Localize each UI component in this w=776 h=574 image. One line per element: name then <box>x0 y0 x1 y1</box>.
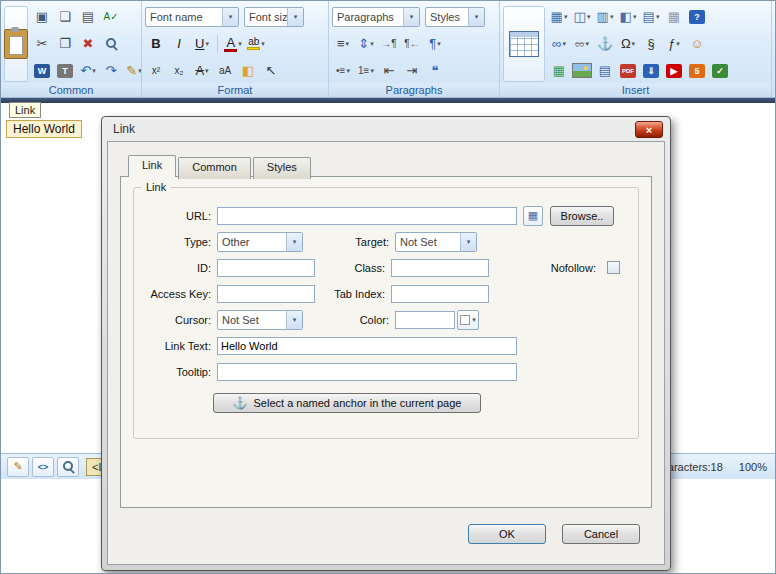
image-manager-icon[interactable] <box>571 60 593 82</box>
cell-borders-icon[interactable]: ◫▾ <box>571 6 593 28</box>
paste-button[interactable] <box>4 6 28 82</box>
cell-borders-icon: ◫ <box>574 10 586 23</box>
indent-icon[interactable]: ⇥ <box>401 60 423 82</box>
paste-plain-text-icon[interactable]: T <box>54 60 76 82</box>
html-mode-button[interactable]: <> <box>32 457 54 477</box>
tab-styles[interactable]: Styles <box>253 157 311 179</box>
url-builder-button[interactable]: ▦ <box>523 206 543 226</box>
spellcheck-icon[interactable]: A✓ <box>100 6 122 28</box>
anchor-icon[interactable]: ⚓ <box>594 33 616 55</box>
left-to-right-icon[interactable]: →¶ <box>378 33 400 55</box>
save-icon[interactable]: ▣ <box>31 6 53 28</box>
html5-icon[interactable]: 5 <box>686 60 708 82</box>
subscript-icon[interactable]: x₂ <box>168 60 190 82</box>
show-gridlines-icon[interactable]: ▦ <box>663 6 685 28</box>
table-borders-icon[interactable]: ▦▾ <box>548 6 570 28</box>
ok-button[interactable]: OK <box>468 524 546 544</box>
youtube-icon: ▶ <box>666 64 682 78</box>
style-builder-icon[interactable]: ◧ <box>237 60 259 82</box>
insert-symbol-icon: Ω <box>621 37 631 50</box>
chevron-down-icon: ▾ <box>633 13 637 21</box>
underline-icon[interactable]: U▾ <box>191 33 213 55</box>
paste-plain-text-icon: T <box>57 64 73 78</box>
link-text-input[interactable] <box>217 337 517 355</box>
font-name-select[interactable]: Font name▾ <box>145 7 239 27</box>
class-input[interactable] <box>391 259 489 277</box>
insert-emoticon-icon[interactable]: ☺ <box>686 33 708 55</box>
insert-symbol-icon[interactable]: Ω▾ <box>617 33 639 55</box>
target-label: Target: <box>307 236 395 248</box>
pdf-icon[interactable]: PDF <box>617 60 639 82</box>
cancel-button[interactable]: Cancel <box>562 524 640 544</box>
dialog-body: LinkCommonStyles Link URL: ▦ Browse.. Ty… <box>107 141 665 565</box>
insert-table-button[interactable] <box>503 6 545 82</box>
merge-cells-icon[interactable]: ▥▾ <box>594 6 616 28</box>
alignment-icon[interactable]: ≡▾ <box>332 33 354 55</box>
font-size-select[interactable]: Font size▾ <box>244 7 304 27</box>
hyperlink-icon[interactable]: ∞▾ <box>548 33 570 55</box>
find-icon[interactable] <box>100 33 122 55</box>
xhtml-icon[interactable]: ✓ <box>709 60 731 82</box>
zoom-level[interactable]: 100% <box>739 461 767 473</box>
id-input[interactable] <box>217 259 315 277</box>
paragraph-marks-icon[interactable]: ¶▾ <box>424 33 446 55</box>
styles-select[interactable]: Styles▾ <box>425 7 485 27</box>
youtube-icon[interactable]: ▶ <box>663 60 685 82</box>
copy-icon[interactable]: ❐ <box>54 33 76 55</box>
design-mode-button[interactable]: ✎ <box>7 457 29 477</box>
print-icon[interactable]: ▤ <box>77 6 99 28</box>
new-document-icon[interactable]: ❏ <box>54 6 76 28</box>
undo-icon[interactable]: ↶▾ <box>77 60 99 82</box>
delete-icon[interactable]: ✖ <box>77 33 99 55</box>
italic-icon[interactable]: I <box>168 33 190 55</box>
row-operations-icon[interactable]: ▤▾ <box>640 6 662 28</box>
type-select[interactable]: Other ▾ <box>217 232 303 252</box>
cursor-select[interactable]: Not Set ▾ <box>217 310 303 330</box>
insert-formula-icon[interactable]: ƒ▾ <box>663 33 685 55</box>
line-spacing-icon[interactable]: ⇕▾ <box>355 33 377 55</box>
type-select-value: Other <box>218 236 286 248</box>
ribbon-group-label: Insert <box>500 83 771 97</box>
target-select[interactable]: Not Set ▾ <box>395 232 477 252</box>
preview-mode-button[interactable] <box>57 457 79 477</box>
editor-link-text[interactable]: Hello World <box>6 120 82 138</box>
close-button[interactable]: × <box>635 121 663 138</box>
browse-button[interactable]: Browse.. <box>550 206 614 226</box>
change-case-icon[interactable]: aA <box>214 60 236 82</box>
tab-common[interactable]: Common <box>178 157 251 179</box>
merge-cells-icon: ▥ <box>597 10 609 23</box>
cut-icon[interactable]: ✂ <box>31 33 53 55</box>
nofollow-checkbox[interactable] <box>607 261 620 274</box>
superscript-icon[interactable]: x² <box>145 60 167 82</box>
template-manager-icon[interactable]: ▤ <box>594 60 616 82</box>
remove-link-icon[interactable]: ∞▾ <box>571 33 593 55</box>
paragraphs-select[interactable]: Paragraphs▾ <box>332 7 420 27</box>
help-icon[interactable]: ? <box>686 6 708 28</box>
bullet-list-icon[interactable]: •≡▾ <box>332 60 354 82</box>
redo-icon[interactable]: ↷ <box>100 60 122 82</box>
paste-from-word-icon[interactable]: W <box>31 60 53 82</box>
split-cells-icon[interactable]: ◧▾ <box>617 6 639 28</box>
bold-icon[interactable]: B <box>145 33 167 55</box>
clear-formatting-icon[interactable]: A▾ <box>191 60 213 82</box>
special-character-icon[interactable]: § <box>640 33 662 55</box>
select-element-icon[interactable]: ↖ <box>260 60 282 82</box>
url-input[interactable] <box>217 207 517 225</box>
font-color-icon[interactable]: A▾ <box>222 33 244 55</box>
image-map-icon[interactable]: ▦ <box>548 60 570 82</box>
outdent-icon[interactable]: ⇤ <box>378 60 400 82</box>
select-anchor-button[interactable]: ⚓ Select a named anchor in the current p… <box>213 393 481 413</box>
access-key-input[interactable] <box>217 285 315 303</box>
blockquote-icon[interactable]: ❝ <box>424 60 446 82</box>
color-input[interactable] <box>395 311 455 329</box>
tooltip-input[interactable] <box>217 363 517 381</box>
format-painter-icon[interactable]: ✎▾ <box>123 60 142 82</box>
right-to-left-icon[interactable]: ¶← <box>401 33 423 55</box>
export-icon[interactable]: ⇓ <box>640 60 662 82</box>
dialog-title-bar[interactable]: Link <box>102 117 670 141</box>
tab-index-input[interactable] <box>391 285 489 303</box>
color-picker-button[interactable]: ▾ <box>457 310 479 330</box>
numbered-list-icon[interactable]: 1≡▾ <box>355 60 377 82</box>
highlight-color-icon[interactable]: ab▾ <box>245 33 267 55</box>
tab-link[interactable]: Link <box>128 155 176 177</box>
